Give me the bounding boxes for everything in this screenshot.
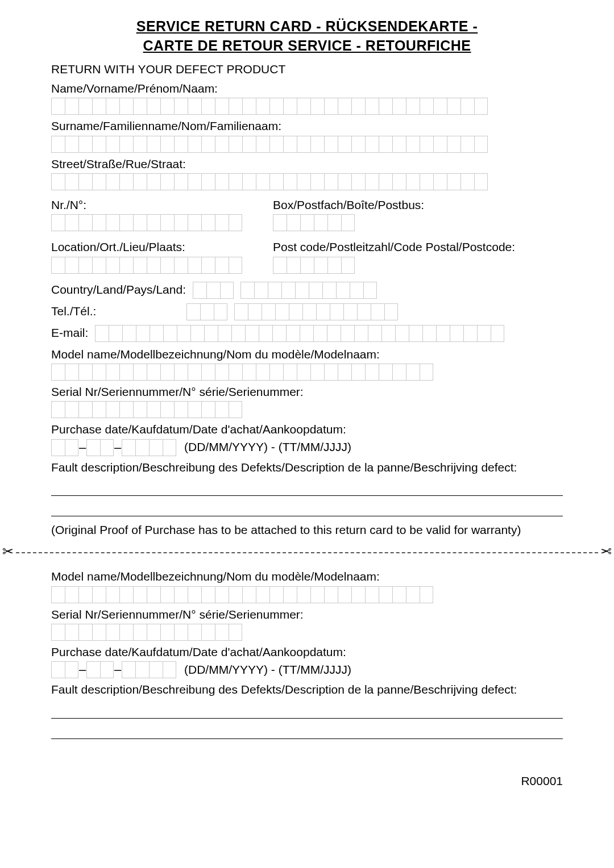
input-date-mm[interactable]: [86, 439, 114, 456]
label-fault-2: Fault description/Beschreibung des Defek…: [51, 682, 563, 698]
input-date-yyyy-2[interactable]: [122, 661, 176, 678]
input-date-dd-2[interactable]: [51, 661, 78, 678]
label-street: Street/Straße/Rue/Straat:: [51, 156, 563, 172]
date-dash-icon: –: [114, 439, 122, 456]
label-email: E-mail:: [51, 325, 88, 341]
fault-line-4[interactable]: [51, 723, 563, 739]
scissors-icon: ✂: [0, 542, 16, 561]
input-name[interactable]: [51, 98, 563, 115]
input-location[interactable]: [51, 257, 256, 274]
input-date-mm-2[interactable]: [86, 661, 114, 678]
input-model-2[interactable]: [51, 586, 563, 603]
label-serial-2: Serial Nr/Seriennummer/N° série/Serienum…: [51, 607, 563, 623]
input-country[interactable]: [240, 282, 377, 299]
label-model-2: Model name/Modellbezeichnung/Nom du modè…: [51, 569, 563, 585]
date-dash-icon: –: [114, 661, 122, 678]
footer-code: R00001: [51, 773, 563, 789]
input-tel[interactable]: [234, 303, 398, 320]
input-date-yyyy[interactable]: [122, 439, 176, 456]
input-box[interactable]: [273, 214, 355, 231]
label-country: Country/Land/Pays/Land:: [51, 282, 186, 298]
label-purchase: Purchase date/Kaufdatum/Date d'achat/Aan…: [51, 422, 563, 437]
date-dash-icon: –: [78, 661, 86, 678]
fault-line-3[interactable]: [51, 703, 563, 719]
date-format-text: (DD/MM/YYYY) - (TT/MM/JJJJ): [184, 439, 351, 455]
date-dash-icon: –: [78, 439, 86, 456]
proof-note: (Original Proof of Purchase has to be at…: [51, 522, 563, 538]
input-date-dd[interactable]: [51, 439, 78, 456]
label-tel: Tel./Tél.:: [51, 303, 180, 319]
label-box: Box/Postfach/Boîte/Postbus:: [273, 197, 424, 213]
input-postcode[interactable]: [273, 257, 355, 274]
label-name: Name/Vorname/Prénom/Naam:: [51, 81, 563, 97]
title-line-1: SERVICE RETURN CARD - RÜCKSENDEKARTE -: [51, 17, 563, 36]
label-serial: Serial Nr/Seriennummer/N° série/Serienum…: [51, 384, 563, 400]
label-model: Model name/Modellbezeichnung/Nom du modè…: [51, 347, 563, 362]
label-surname: Surname/Familienname/Nom/Familienaam:: [51, 118, 563, 134]
input-nr[interactable]: [51, 214, 256, 231]
label-fault: Fault description/Beschreibung des Defek…: [51, 460, 563, 475]
return-with-text: RETURN WITH YOUR DEFECT PRODUCT: [51, 61, 563, 77]
fault-line-1[interactable]: [51, 480, 563, 496]
label-purchase-2: Purchase date/Kaufdatum/Date d'achat/Aan…: [51, 644, 563, 660]
input-street[interactable]: [51, 173, 563, 190]
title-line-2: CARTE DE RETOUR SERVICE - RETOURFICHE: [51, 36, 563, 56]
input-serial[interactable]: [51, 401, 563, 418]
input-email[interactable]: [95, 325, 504, 342]
label-postcode: Post code/Postleitzahl/Code Postal/Postc…: [273, 239, 515, 255]
fault-line-2[interactable]: [51, 500, 563, 516]
input-tel-prefix[interactable]: [186, 303, 227, 320]
input-country-prefix[interactable]: [193, 282, 234, 299]
input-surname[interactable]: [51, 136, 563, 153]
label-location: Location/Ort./Lieu/Plaats:: [51, 239, 256, 255]
cut-line: ✂ ✂: [0, 542, 614, 563]
date-format-text-2: (DD/MM/YYYY) - (TT/MM/JJJJ): [184, 662, 351, 678]
label-nr: Nr./N°:: [51, 197, 256, 213]
input-model[interactable]: [51, 364, 563, 381]
scissors-icon: ✂: [598, 542, 614, 561]
input-serial-2[interactable]: [51, 624, 563, 641]
